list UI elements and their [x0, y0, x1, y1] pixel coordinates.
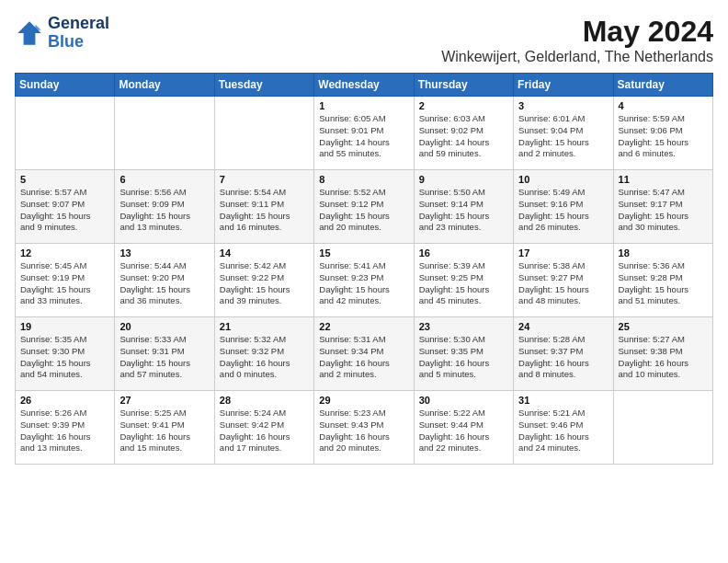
calendar-cell: 17Sunrise: 5:38 AM Sunset: 9:27 PM Dayli… — [514, 244, 613, 317]
calendar-cell: 14Sunrise: 5:42 AM Sunset: 9:22 PM Dayli… — [214, 244, 313, 317]
day-number: 22 — [319, 321, 408, 332]
day-number: 13 — [119, 247, 209, 259]
day-info: Sunrise: 5:23 AM Sunset: 9:43 PM Dayligh… — [319, 408, 408, 454]
day-info: Sunrise: 5:28 AM Sunset: 9:37 PM Dayligh… — [518, 334, 608, 381]
weekday-header: Thursday — [414, 74, 513, 97]
day-info: Sunrise: 5:56 AM Sunset: 9:09 PM Dayligh… — [119, 187, 209, 234]
day-number: 1 — [319, 100, 408, 111]
day-number: 7 — [220, 174, 309, 185]
calendar-cell: 20Sunrise: 5:33 AM Sunset: 9:31 PM Dayli… — [115, 317, 214, 391]
day-number: 9 — [419, 174, 508, 185]
weekday-header: Tuesday — [214, 74, 313, 97]
calendar-cell: 4Sunrise: 5:59 AM Sunset: 9:06 PM Daylig… — [613, 97, 712, 170]
calendar-cell: 2Sunrise: 6:03 AM Sunset: 9:02 PM Daylig… — [414, 97, 513, 170]
day-number: 29 — [319, 395, 408, 406]
day-number: 27 — [119, 395, 209, 406]
weekday-header: Wednesday — [314, 74, 414, 97]
day-number: 24 — [518, 321, 608, 332]
calendar-cell: 25Sunrise: 5:27 AM Sunset: 9:38 PM Dayli… — [613, 317, 712, 391]
calendar-cell: 3Sunrise: 6:01 AM Sunset: 9:04 PM Daylig… — [514, 97, 613, 170]
day-number: 20 — [119, 321, 209, 332]
day-info: Sunrise: 5:26 AM Sunset: 9:39 PM Dayligh… — [20, 408, 109, 454]
day-info: Sunrise: 6:05 AM Sunset: 9:01 PM Dayligh… — [319, 113, 408, 160]
day-number: 11 — [619, 174, 708, 185]
day-number: 25 — [619, 321, 708, 332]
day-info: Sunrise: 5:38 AM Sunset: 9:27 PM Dayligh… — [518, 260, 608, 307]
calendar-cell — [613, 391, 712, 465]
calendar-cell: 31Sunrise: 5:21 AM Sunset: 9:46 PM Dayli… — [514, 391, 613, 465]
day-info: Sunrise: 5:27 AM Sunset: 9:38 PM Dayligh… — [619, 334, 708, 381]
calendar-cell: 24Sunrise: 5:28 AM Sunset: 9:37 PM Dayli… — [514, 317, 613, 391]
month-title: May 2024 — [441, 15, 713, 49]
calendar-cell: 26Sunrise: 5:26 AM Sunset: 9:39 PM Dayli… — [16, 391, 115, 465]
calendar-cell: 15Sunrise: 5:41 AM Sunset: 9:23 PM Dayli… — [314, 244, 414, 317]
day-number: 23 — [419, 321, 508, 332]
day-info: Sunrise: 5:24 AM Sunset: 9:42 PM Dayligh… — [220, 408, 309, 454]
calendar-table: SundayMondayTuesdayWednesdayThursdayFrid… — [15, 73, 713, 465]
day-info: Sunrise: 5:47 AM Sunset: 9:17 PM Dayligh… — [619, 187, 708, 234]
calendar-cell: 10Sunrise: 5:49 AM Sunset: 9:16 PM Dayli… — [514, 170, 613, 244]
day-info: Sunrise: 5:33 AM Sunset: 9:31 PM Dayligh… — [119, 334, 209, 381]
calendar-cell: 28Sunrise: 5:24 AM Sunset: 9:42 PM Dayli… — [214, 391, 313, 465]
calendar-cell: 9Sunrise: 5:50 AM Sunset: 9:14 PM Daylig… — [414, 170, 513, 244]
calendar-cell — [214, 97, 313, 170]
calendar-cell: 8Sunrise: 5:52 AM Sunset: 9:12 PM Daylig… — [314, 170, 414, 244]
day-info: Sunrise: 5:49 AM Sunset: 9:16 PM Dayligh… — [518, 187, 608, 234]
calendar-cell: 1Sunrise: 6:05 AM Sunset: 9:01 PM Daylig… — [314, 97, 414, 170]
day-number: 28 — [220, 395, 309, 406]
day-info: Sunrise: 6:01 AM Sunset: 9:04 PM Dayligh… — [518, 113, 608, 160]
page-header: General Blue May 2024 Winkewijert, Gelde… — [15, 15, 713, 65]
day-number: 6 — [119, 174, 209, 185]
day-info: Sunrise: 5:59 AM Sunset: 9:06 PM Dayligh… — [619, 113, 708, 160]
calendar-cell: 18Sunrise: 5:36 AM Sunset: 9:28 PM Dayli… — [613, 244, 712, 317]
logo-text: General Blue — [48, 15, 109, 52]
calendar-week-row: 12Sunrise: 5:45 AM Sunset: 9:19 PM Dayli… — [16, 244, 713, 317]
day-info: Sunrise: 5:45 AM Sunset: 9:19 PM Dayligh… — [20, 260, 109, 307]
calendar-cell: 21Sunrise: 5:32 AM Sunset: 9:32 PM Dayli… — [214, 317, 313, 391]
calendar-cell: 11Sunrise: 5:47 AM Sunset: 9:17 PM Dayli… — [613, 170, 712, 244]
calendar-cell: 27Sunrise: 5:25 AM Sunset: 9:41 PM Dayli… — [115, 391, 214, 465]
day-number: 26 — [20, 395, 109, 406]
day-info: Sunrise: 5:41 AM Sunset: 9:23 PM Dayligh… — [319, 260, 408, 307]
day-info: Sunrise: 5:32 AM Sunset: 9:32 PM Dayligh… — [220, 334, 309, 381]
calendar-week-row: 26Sunrise: 5:26 AM Sunset: 9:39 PM Dayli… — [16, 391, 713, 465]
day-info: Sunrise: 5:42 AM Sunset: 9:22 PM Dayligh… — [220, 260, 309, 307]
day-number: 3 — [518, 100, 608, 111]
day-number: 30 — [419, 395, 508, 406]
day-info: Sunrise: 5:39 AM Sunset: 9:25 PM Dayligh… — [419, 260, 508, 307]
weekday-header: Saturday — [613, 74, 712, 97]
calendar-cell: 5Sunrise: 5:57 AM Sunset: 9:07 PM Daylig… — [16, 170, 115, 244]
svg-marker-1 — [35, 24, 40, 29]
calendar-cell: 13Sunrise: 5:44 AM Sunset: 9:20 PM Dayli… — [115, 244, 214, 317]
calendar-week-row: 5Sunrise: 5:57 AM Sunset: 9:07 PM Daylig… — [16, 170, 713, 244]
day-number: 19 — [20, 321, 109, 332]
calendar-week-row: 1Sunrise: 6:05 AM Sunset: 9:01 PM Daylig… — [16, 97, 713, 170]
day-number: 16 — [419, 247, 508, 259]
day-number: 14 — [220, 247, 309, 259]
day-number: 15 — [319, 247, 408, 259]
calendar-week-row: 19Sunrise: 5:35 AM Sunset: 9:30 PM Dayli… — [16, 317, 713, 391]
location-title: Winkewijert, Gelderland, The Netherlands — [441, 49, 713, 65]
calendar-cell: 6Sunrise: 5:56 AM Sunset: 9:09 PM Daylig… — [115, 170, 214, 244]
weekday-header: Monday — [115, 74, 214, 97]
calendar-cell: 22Sunrise: 5:31 AM Sunset: 9:34 PM Dayli… — [314, 317, 414, 391]
title-block: May 2024 Winkewijert, Gelderland, The Ne… — [441, 15, 713, 65]
calendar-cell: 16Sunrise: 5:39 AM Sunset: 9:25 PM Dayli… — [414, 244, 513, 317]
day-info: Sunrise: 6:03 AM Sunset: 9:02 PM Dayligh… — [419, 113, 508, 160]
day-info: Sunrise: 5:22 AM Sunset: 9:44 PM Dayligh… — [419, 408, 508, 454]
day-info: Sunrise: 5:31 AM Sunset: 9:34 PM Dayligh… — [319, 334, 408, 381]
day-number: 4 — [619, 100, 708, 111]
day-info: Sunrise: 5:52 AM Sunset: 9:12 PM Dayligh… — [319, 187, 408, 234]
day-info: Sunrise: 5:35 AM Sunset: 9:30 PM Dayligh… — [20, 334, 109, 381]
day-info: Sunrise: 5:30 AM Sunset: 9:35 PM Dayligh… — [419, 334, 508, 381]
day-number: 12 — [20, 247, 109, 259]
calendar-cell: 7Sunrise: 5:54 AM Sunset: 9:11 PM Daylig… — [214, 170, 313, 244]
weekday-header: Sunday — [16, 74, 115, 97]
svg-marker-0 — [17, 21, 41, 45]
day-number: 31 — [518, 395, 608, 406]
day-info: Sunrise: 5:21 AM Sunset: 9:46 PM Dayligh… — [518, 408, 608, 454]
calendar-cell: 23Sunrise: 5:30 AM Sunset: 9:35 PM Dayli… — [414, 317, 513, 391]
day-info: Sunrise: 5:44 AM Sunset: 9:20 PM Dayligh… — [119, 260, 209, 307]
weekday-header: Friday — [514, 74, 613, 97]
day-number: 10 — [518, 174, 608, 185]
